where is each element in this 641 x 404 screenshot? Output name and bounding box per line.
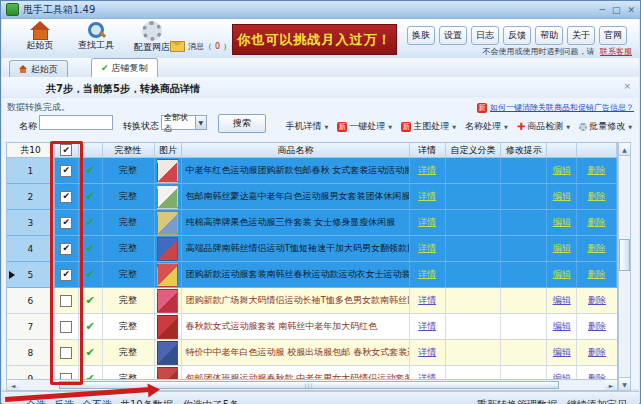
toolbar-button-帮助[interactable]: 帮助 (535, 26, 563, 45)
delete-link[interactable]: 删除 (588, 268, 606, 281)
menu-批量修改[interactable]: 批量修改 (579, 120, 632, 133)
clear-ads-help-link[interactable]: 如何一键清除关联商品和促销广告信息？ (490, 102, 634, 113)
minimize-button[interactable]: ─ (600, 5, 605, 15)
table-row[interactable]: 6完整团购新款广场舞大码情侣运动长袖T恤多色男女款南韩丝团体...详情编辑删除 (7, 288, 617, 314)
toolbar-button-官网[interactable]: 官网 (599, 26, 627, 45)
detail-link[interactable]: 详情 (418, 294, 436, 307)
footer-link-反选[interactable]: 反选 (54, 398, 74, 404)
edit-link[interactable]: 编辑 (553, 320, 571, 333)
name-filter-label: 名称 (19, 120, 37, 133)
name-filter-input[interactable] (39, 115, 113, 130)
toolbar-button-反馈[interactable]: 反馈 (503, 26, 531, 45)
promo-banner[interactable]: 你也可以挑战月入过万！ (232, 24, 397, 55)
close-button[interactable]: ✕ (627, 5, 635, 15)
edit-link[interactable]: 编辑 (553, 190, 571, 203)
footer-link-全不选[interactable]: 全不选 (82, 398, 112, 404)
delete-link[interactable]: 删除 (588, 216, 606, 229)
integrity-check-icon (86, 216, 95, 229)
toolbar-button-设置[interactable]: 设置 (439, 26, 467, 45)
gear-small-icon (579, 123, 587, 131)
detail-link[interactable]: 详情 (418, 268, 436, 281)
product-name: 团购新款运动服套装南韩丝春秋运动款运动衣女士运动装贴身... (182, 262, 409, 287)
horizontal-scrollbar[interactable]: ◄ ||| ► (6, 379, 618, 391)
vertical-scrollbar[interactable]: ▲ ▼ (618, 142, 631, 391)
tab-home[interactable]: 起始页 (9, 60, 68, 77)
header-integrity: 完整性 (103, 143, 155, 157)
detail-link[interactable]: 详情 (418, 242, 436, 255)
detail-link[interactable]: 详情 (418, 164, 436, 177)
product-name: 包邮南韩丝蒙达嘉中老年白色运动服男女套装团体休闲服校服... (182, 184, 409, 209)
status-filter-select[interactable]: 全部状态 ▼ (161, 115, 207, 130)
table-row[interactable]: 3✔完整纯棉高弹牌果色运动服三件套装 女士修身显瘦休闲服详情编辑删除 (7, 210, 617, 236)
detail-link[interactable]: 详情 (418, 190, 436, 203)
delete-link[interactable]: 删除 (588, 190, 606, 203)
custom-category-cell (446, 262, 502, 287)
title-bar: 甩手工具箱1.49 ─ □ ✕ (1, 1, 640, 19)
mail-icon (170, 41, 185, 52)
toolbar-item-2[interactable]: 查找工具 (68, 21, 124, 50)
scroll-left-icon[interactable]: ◄ (7, 380, 19, 390)
edit-link[interactable]: 编辑 (553, 294, 571, 307)
product-name: 中老年红色运动服团购新款包邮春秋 女式套装运动活动服 出... (182, 158, 409, 183)
maximize-button[interactable]: □ (612, 5, 621, 15)
product-thumbnail (157, 185, 178, 209)
product-name: 特价中中老年白色运动服 校服出场服包邮 春秋女式套装运动... (182, 340, 409, 365)
vscroll-thumb[interactable] (619, 239, 630, 271)
delete-link[interactable]: 删除 (588, 164, 606, 177)
toolbar-button-关于[interactable]: 关于 (567, 26, 595, 45)
row-number: 5 (7, 262, 55, 287)
panel-close-icon[interactable]: × (623, 81, 631, 91)
delete-link[interactable]: 删除 (588, 346, 606, 359)
header-hint: 修改提示 (501, 143, 547, 157)
delete-link[interactable]: 删除 (588, 372, 606, 379)
integrity-status: 完整 (103, 158, 155, 183)
toolbar-item-1[interactable]: 起始页 (12, 21, 68, 50)
delete-link[interactable]: 删除 (588, 294, 606, 307)
scroll-right-icon[interactable]: ► (605, 380, 617, 390)
detail-link[interactable]: 详情 (418, 372, 436, 379)
edit-link[interactable]: 编辑 (553, 346, 571, 359)
delete-link[interactable]: 删除 (588, 242, 606, 255)
contact-support-link[interactable]: 联系客服 (600, 47, 632, 56)
edit-link[interactable]: 编辑 (553, 164, 571, 177)
edit-link[interactable]: 编辑 (553, 242, 571, 255)
top-help-link-row: 新 如何一键清除关联商品和促销广告信息？ (477, 102, 634, 113)
edit-link[interactable]: 编辑 (553, 372, 571, 379)
detail-link[interactable]: 详情 (418, 320, 436, 333)
integrity-check-icon (86, 164, 95, 177)
table-row[interactable]: 8完整特价中中老年白色运动服 校服出场服包邮 春秋女式套装运动...详情编辑删除 (7, 340, 617, 366)
integrity-check-icon (86, 268, 95, 281)
menu-名称处理[interactable]: 名称处理 (465, 120, 508, 133)
scroll-up-icon[interactable]: ▲ (619, 143, 630, 156)
table-row[interactable]: 4✔完整高端品牌南韩丝情侣运动T恤短袖速干加大码男女翻领款团体...详情编辑删除 (7, 236, 617, 262)
table-row[interactable]: 1✔完整中老年红色运动服团购新款包邮春秋 女式套装运动活动服 出...详情编辑删… (7, 158, 617, 184)
detail-link[interactable]: 详情 (418, 216, 436, 229)
toolbar-button-换肤[interactable]: 换肤 (407, 26, 435, 45)
new-badge-icon: 新 (337, 122, 347, 132)
menu-商品检测[interactable]: ✚商品检测 (517, 120, 570, 133)
menu-主图处理[interactable]: 新主图处理 (401, 120, 456, 133)
product-name: 包邮团体班服运动服春秋款 中老年男女大码情侣运动套装... (182, 366, 409, 379)
home-icon (30, 21, 50, 39)
modify-hint-cell (501, 366, 547, 379)
product-thumbnail (157, 263, 178, 287)
edit-link[interactable]: 编辑 (553, 216, 571, 229)
product-name: 高端品牌南韩丝情侣运动T恤短袖速干加大码男女翻领款团体... (182, 236, 409, 261)
table-row[interactable]: 9完整包邮团体班服运动服春秋款 中老年男女大码情侣运动套装...详情编辑删除 (7, 366, 617, 379)
menu-一键处理[interactable]: 新一键处理 (337, 120, 392, 133)
table-row[interactable]: 5✔完整团购新款运动服套装南韩丝春秋运动款运动衣女士运动装贴身...详情编辑删除 (7, 262, 617, 288)
edit-link[interactable]: 编辑 (553, 268, 571, 281)
tab-shop-copy[interactable]: ✔店铺复制 (91, 58, 158, 77)
table-row[interactable]: 2✔完整包邮南韩丝蒙达嘉中老年白色运动服男女套装团体休闲服校服...详情编辑删除 (7, 184, 617, 210)
delete-link[interactable]: 删除 (588, 320, 606, 333)
toolbar-button-日志[interactable]: 日志 (471, 26, 499, 45)
app-icon (6, 3, 19, 16)
table-row[interactable]: 7完整春秋款女式运动服套装 南韩丝中老年加大码红色详情编辑删除 (7, 314, 617, 340)
detail-link[interactable]: 详情 (418, 346, 436, 359)
menu-手机详情[interactable]: 手机详情 (285, 120, 328, 133)
modify-hint-cell (501, 340, 547, 365)
search-button[interactable]: 搜索 (218, 114, 266, 133)
scroll-down-icon[interactable]: ▼ (619, 377, 630, 390)
header-del-spacer (577, 143, 617, 157)
current-row-marker-icon (9, 271, 15, 279)
